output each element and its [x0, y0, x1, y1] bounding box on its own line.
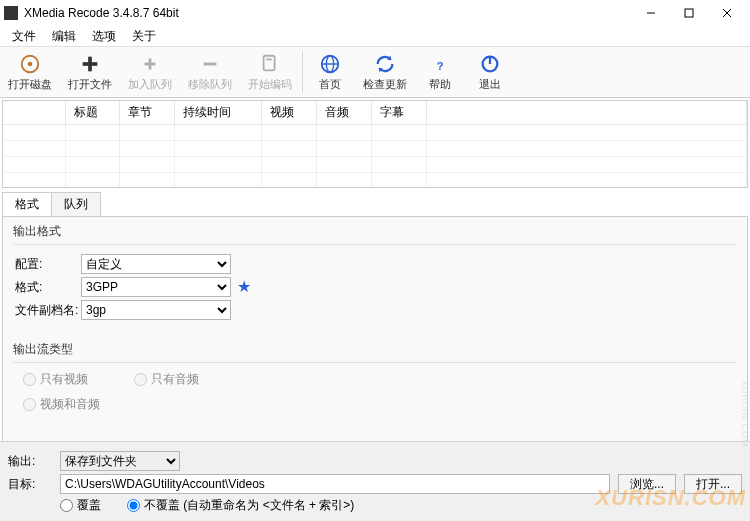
minus-icon [199, 53, 221, 75]
format-label: 格式: [15, 279, 81, 296]
open-disc-label: 打开磁盘 [8, 77, 52, 92]
window-title: XMedia Recode 3.4.8.7 64bit [24, 6, 632, 20]
add-queue-label: 加入队列 [128, 77, 172, 92]
profile-select[interactable]: 自定义 [81, 254, 231, 274]
disc-icon [19, 53, 41, 75]
output-label: 输出: [8, 453, 52, 470]
maximize-button[interactable] [670, 2, 708, 24]
open-button[interactable]: 打开... [684, 474, 742, 494]
refresh-icon [374, 53, 396, 75]
app-icon [4, 6, 18, 20]
tabs: 格式 队列 [2, 192, 748, 216]
help-icon: ? [429, 53, 451, 75]
remove-queue-button[interactable]: 移除队列 [180, 47, 240, 97]
target-input[interactable] [60, 474, 610, 494]
exit-label: 退出 [479, 77, 501, 92]
ext-label: 文件副档名: [15, 302, 81, 319]
open-file-label: 打开文件 [68, 77, 112, 92]
remove-queue-label: 移除队列 [188, 77, 232, 92]
col-chapter[interactable]: 章节 [120, 101, 175, 125]
output-format-group: 输出格式 配置: 自定义 格式: 3GPP ★ 文件副档名: 3gp [13, 223, 737, 331]
col-subtitle[interactable]: 字幕 [372, 101, 427, 125]
col-video[interactable]: 视频 [262, 101, 317, 125]
check-update-label: 检查更新 [363, 77, 407, 92]
table-row [3, 141, 747, 157]
titlebar: XMedia Recode 3.4.8.7 64bit [0, 0, 750, 26]
output-select[interactable]: 保存到文件夹 [60, 451, 180, 471]
format-panel: 输出格式 配置: 自定义 格式: 3GPP ★ 文件副档名: 3gp 输出流类型… [2, 216, 748, 464]
start-encode-button[interactable]: 开始编码 [240, 47, 300, 97]
menu-edit[interactable]: 编辑 [44, 26, 84, 47]
add-queue-button[interactable]: 加入队列 [120, 47, 180, 97]
col-duration[interactable]: 持续时间 [175, 101, 262, 125]
tab-format[interactable]: 格式 [2, 192, 52, 216]
start-encode-label: 开始编码 [248, 77, 292, 92]
svg-text:?: ? [437, 60, 444, 72]
radio-overwrite[interactable]: 覆盖 [60, 497, 101, 514]
radio-audio-only[interactable]: 只有音频 [134, 371, 199, 388]
star-icon[interactable]: ★ [237, 279, 251, 295]
browse-button[interactable]: 浏览... [618, 474, 676, 494]
help-label: 帮助 [429, 77, 451, 92]
menu-about[interactable]: 关于 [124, 26, 164, 47]
homepage-button[interactable]: 首页 [305, 47, 355, 97]
profile-label: 配置: [15, 256, 81, 273]
bottom-bar: 输出: 保存到文件夹 目标: 浏览... 打开... 覆盖 不覆盖 (自动重命名… [0, 441, 750, 521]
stream-type-title: 输出流类型 [13, 341, 737, 358]
menubar: 文件 编辑 选项 关于 [0, 26, 750, 46]
radio-video-audio[interactable]: 视频和音频 [23, 396, 100, 413]
menu-options[interactable]: 选项 [84, 26, 124, 47]
open-disc-button[interactable]: 打开磁盘 [0, 47, 60, 97]
toolbar: 打开磁盘 打开文件 加入队列 移除队列 开始编码 首页 检查更新 ? 帮助 退出 [0, 46, 750, 98]
help-button[interactable]: ? 帮助 [415, 47, 465, 97]
format-select[interactable]: 3GPP [81, 277, 231, 297]
plus-icon [79, 53, 101, 75]
table-row [3, 157, 747, 173]
svg-rect-12 [266, 58, 272, 60]
tab-queue[interactable]: 队列 [51, 192, 101, 216]
check-update-button[interactable]: 检查更新 [355, 47, 415, 97]
radio-video-only[interactable]: 只有视频 [23, 371, 88, 388]
exit-button[interactable]: 退出 [465, 47, 515, 97]
homepage-label: 首页 [319, 77, 341, 92]
open-file-button[interactable]: 打开文件 [60, 47, 120, 97]
minimize-button[interactable] [632, 2, 670, 24]
col-audio[interactable]: 音频 [317, 101, 372, 125]
toolbar-separator [302, 51, 303, 93]
close-button[interactable] [708, 2, 746, 24]
col-blank[interactable] [3, 101, 65, 125]
table-row [3, 173, 747, 189]
svg-rect-11 [264, 55, 275, 70]
col-title[interactable]: 标题 [65, 101, 120, 125]
stream-type-group: 输出流类型 只有视频 只有音频 视频和音频 [13, 341, 737, 423]
plus-small-icon [139, 53, 161, 75]
table-row [3, 125, 747, 141]
svg-rect-1 [685, 9, 693, 17]
radio-no-overwrite[interactable]: 不覆盖 (自动重命名为 <文件名 + 索引>) [127, 497, 354, 514]
window-controls [632, 2, 746, 24]
target-label: 目标: [8, 476, 52, 493]
encode-icon [259, 53, 281, 75]
menu-file[interactable]: 文件 [4, 26, 44, 47]
file-grid[interactable]: 标题 章节 持续时间 视频 音频 字幕 [2, 100, 748, 188]
grid-header: 标题 章节 持续时间 视频 音频 字幕 [3, 101, 747, 125]
col-extra[interactable] [427, 101, 747, 125]
svg-point-5 [28, 61, 33, 66]
power-icon [479, 53, 501, 75]
ext-select[interactable]: 3gp [81, 300, 231, 320]
globe-icon [319, 53, 341, 75]
output-format-title: 输出格式 [13, 223, 737, 240]
